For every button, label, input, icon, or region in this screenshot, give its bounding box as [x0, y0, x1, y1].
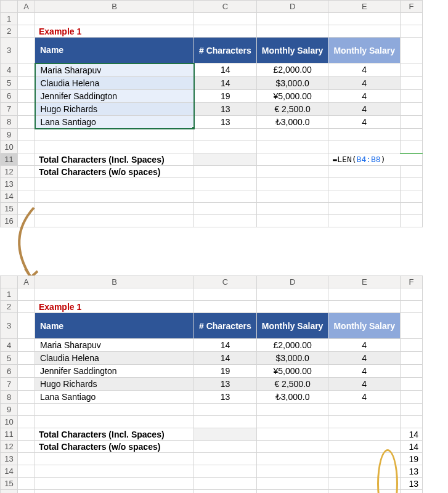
cell[interactable] [18, 352, 35, 365]
row-header[interactable]: 12 [1, 166, 18, 178]
totals-incl-label[interactable]: Total Characters (Incl. Spaces) [35, 428, 194, 441]
table-header-name[interactable]: Name [35, 313, 194, 339]
cell-name[interactable]: Maria Sharapuv [35, 339, 194, 352]
cell[interactable] [328, 404, 401, 416]
cell[interactable] [194, 153, 257, 166]
cell[interactable] [256, 301, 328, 313]
cell[interactable] [194, 404, 257, 416]
col-header[interactable]: C [194, 276, 257, 288]
cell-len[interactable]: 4 [328, 102, 401, 115]
cell[interactable] [328, 25, 401, 38]
cell[interactable] [401, 490, 423, 494]
cell[interactable] [328, 441, 401, 453]
cell[interactable] [35, 178, 194, 190]
cell-name[interactable]: Lana Santiago [35, 391, 194, 404]
cell[interactable] [18, 153, 35, 166]
row-header[interactable]: 14 [1, 465, 18, 478]
cell[interactable] [401, 63, 423, 77]
cell-name[interactable]: Jennifer Saddington [35, 365, 194, 378]
cell[interactable] [401, 339, 423, 352]
row-header[interactable]: 2 [1, 25, 18, 38]
row-header[interactable]: 3 [1, 38, 18, 63]
cell[interactable] [35, 190, 194, 203]
result-cell[interactable]: 19 [401, 453, 423, 465]
cell[interactable] [256, 404, 328, 416]
cell[interactable] [18, 378, 35, 391]
cell[interactable] [18, 441, 35, 453]
cell[interactable] [18, 391, 35, 404]
cell-chars[interactable]: 14 [194, 63, 257, 77]
cell[interactable] [401, 378, 423, 391]
cell[interactable] [256, 141, 328, 153]
cell[interactable] [18, 416, 35, 428]
cell[interactable] [18, 313, 35, 339]
totals-wo-label[interactable]: Total Characters (w/o spaces) [35, 441, 194, 453]
cell[interactable] [18, 478, 35, 490]
cell[interactable] [401, 352, 423, 365]
cell[interactable] [18, 215, 35, 227]
cell-name[interactable]: Lana Santiago [35, 115, 194, 129]
cell[interactable] [401, 215, 423, 227]
row-header[interactable]: 1 [1, 288, 18, 301]
cell-salary[interactable]: € 2,500.0 [256, 102, 328, 115]
col-header[interactable]: A [18, 276, 35, 288]
cell[interactable] [194, 203, 257, 215]
cell[interactable] [256, 465, 328, 478]
cell-len[interactable]: 4 [328, 76, 401, 89]
cell-chars[interactable]: 14 [194, 339, 257, 352]
formula-cell[interactable]: =LEN(B4:B8) [328, 153, 423, 166]
cell[interactable] [401, 301, 423, 313]
cell[interactable] [328, 129, 401, 141]
col-header[interactable]: C [194, 1, 257, 13]
cell[interactable] [328, 178, 401, 190]
cell[interactable] [18, 38, 35, 63]
cell[interactable] [194, 288, 257, 301]
example-label[interactable]: Example 1 [35, 25, 194, 38]
row-header[interactable]: 5 [1, 76, 18, 89]
row-header[interactable]: 6 [1, 365, 18, 378]
cell[interactable] [18, 129, 35, 141]
cell[interactable] [256, 428, 328, 441]
cell-chars[interactable]: 13 [194, 378, 257, 391]
cell[interactable] [328, 203, 401, 215]
col-header[interactable]: D [256, 276, 328, 288]
cell[interactable] [194, 441, 257, 453]
cell-salary[interactable]: ₺3,000.0 [256, 391, 328, 404]
spreadsheet-bottom[interactable]: A B C D E F 1 2 Example 1 3 Name # Chara… [0, 275, 423, 493]
row-header[interactable]: 15 [1, 203, 18, 215]
cell[interactable] [401, 404, 423, 416]
cell-chars[interactable]: 13 [194, 115, 257, 129]
col-header[interactable]: E [328, 276, 401, 288]
cell[interactable] [256, 190, 328, 203]
select-all-cell[interactable] [1, 1, 18, 13]
cell-salary[interactable]: £2,000.00 [256, 339, 328, 352]
cell[interactable] [18, 339, 35, 352]
cell-len[interactable]: 4 [328, 89, 401, 102]
cell[interactable] [401, 76, 423, 89]
table-header-salary2[interactable]: Monthly Salary [328, 313, 401, 339]
cell[interactable] [401, 129, 423, 141]
cell[interactable] [256, 129, 328, 141]
cell-name[interactable]: Hugo Richards [35, 102, 194, 115]
cell-chars[interactable]: 13 [194, 102, 257, 115]
row-header[interactable]: 7 [1, 102, 18, 115]
cell[interactable] [35, 13, 194, 25]
cell[interactable] [194, 166, 257, 178]
cell[interactable] [35, 141, 194, 153]
cell-name[interactable]: Jennifer Saddington [35, 89, 194, 102]
row-header[interactable]: 8 [1, 115, 18, 129]
col-header[interactable]: B [35, 1, 194, 13]
row-header[interactable]: 7 [1, 378, 18, 391]
cell[interactable] [18, 13, 35, 25]
cell[interactable] [256, 178, 328, 190]
cell[interactable] [194, 13, 257, 25]
cell[interactable] [328, 215, 401, 227]
cell[interactable] [35, 215, 194, 227]
cell[interactable] [401, 203, 423, 215]
col-header[interactable]: A [18, 1, 35, 13]
totals-incl-label[interactable]: Total Characters (Incl. Spaces) [35, 153, 194, 166]
cell-salary[interactable]: ¥5,000.00 [256, 89, 328, 102]
cell[interactable] [18, 453, 35, 465]
cell-salary[interactable]: ₺3,000.0 [256, 115, 328, 129]
col-header[interactable]: B [35, 276, 194, 288]
